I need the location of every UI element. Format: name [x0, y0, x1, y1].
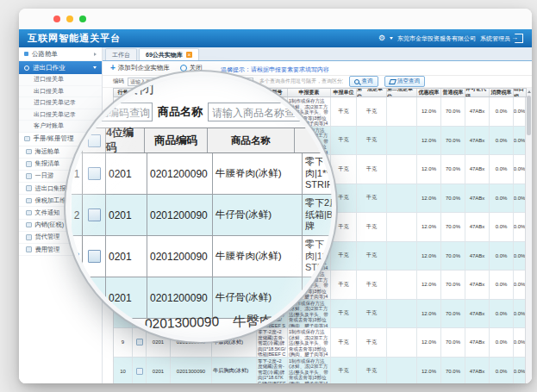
- scroll-up-arrow-icon[interactable]: [528, 90, 531, 93]
- license-code-cell: 47ABx: [465, 328, 490, 357]
- preferential-rate-cell: 12.0%: [417, 155, 441, 184]
- tab-workbench[interactable]: 工作台: [105, 48, 137, 60]
- settings-gear-icon[interactable]: ⚙: [378, 34, 385, 42]
- sidebar-item-export-declaration[interactable]: 出口报关单: [19, 86, 102, 98]
- sidebar-item-export-declaration-records[interactable]: 出口报关单记录: [19, 109, 102, 121]
- export-rate-cell: 0.0%: [514, 328, 526, 357]
- sidebar-item-customer-statement[interactable]: 客户对账单: [19, 121, 102, 133]
- close-window-button[interactable]: [53, 16, 60, 22]
- general-rate-cell: 70.0%: [441, 242, 465, 271]
- code4-cell: 0201: [147, 358, 171, 384]
- table-row[interactable]: 10 0201 0201300090 牛后胸肉(冰鲜) 零下-2度~2度储藏|去…: [114, 358, 526, 384]
- second-legal-unit-cell: [387, 328, 417, 357]
- sidebar-item-import-export-ops[interactable]: 进出口作业: [19, 61, 102, 74]
- consumption-rate-cell: 0.0%: [490, 155, 514, 184]
- license-code-cell: 47ABx: [465, 271, 490, 299]
- logout-icon[interactable]: [515, 34, 523, 43]
- export-rate-cell: 0.0%: [514, 184, 526, 213]
- commodity-name-cell: 牛后胸肉(冰鲜): [212, 358, 257, 384]
- tab-public-library[interactable]: 69公共实物库 ×: [139, 48, 199, 60]
- add-to-library-button[interactable]: + 添加到企业实物库: [110, 64, 170, 72]
- search-icon: [354, 79, 359, 84]
- col-declaration-elements: 申报要素: [288, 89, 331, 96]
- commodity-code-cell: 0201200090: [147, 236, 213, 277]
- notice-text: 温馨提示：请根据申报要素要求填写内容: [221, 65, 329, 74]
- close-button[interactable]: 关闭: [180, 64, 203, 72]
- query-button[interactable]: 查询: [349, 76, 378, 88]
- elements-cell: 1制作或保存方法(冰鲜、冻)2加工方法(整头及半头、带骨或去骨等)3部位(胸肉、…: [288, 328, 331, 357]
- preferential-rate-cell: 12.0%: [417, 213, 441, 241]
- general-rate-cell: 70.0%: [441, 127, 465, 155]
- magnified-table-row: 2 0201 0201200090 牛仔骨(冰鲜) 零下2度纸箱|BE牌: [72, 195, 332, 236]
- first-legal-unit-cell: 千克: [357, 242, 387, 271]
- preferential-rate-cell: 12.0%: [417, 300, 441, 328]
- eraser-icon: [389, 79, 397, 84]
- scrollbar-thumb[interactable]: [527, 96, 531, 135]
- general-rate-cell: 70.0%: [441, 155, 465, 184]
- elements-cell: 1制作或保存方法(冰鲜、冻)2加工方法(整头及半头、带骨或去骨等)3部位(胸肉、…: [288, 300, 331, 328]
- user-role: 系统管理员: [480, 34, 510, 43]
- vertical-scrollbar[interactable]: [525, 88, 532, 383]
- export-rate-cell: 0.0%: [514, 358, 526, 384]
- col-first-legal-unit: 第一法定单位: [357, 89, 387, 96]
- spec-fragment-cell: 零下2度纸箱|BE牌: [303, 195, 332, 235]
- row-checkbox[interactable]: [136, 339, 143, 345]
- declared-unit-cell: 千克: [331, 155, 357, 184]
- code-label: 编码: [113, 78, 124, 85]
- second-legal-unit-cell: [387, 184, 417, 213]
- general-rate-cell: 70.0%: [441, 328, 465, 357]
- second-legal-unit-cell: [387, 127, 417, 155]
- book-icon: [24, 136, 30, 142]
- first-legal-unit-cell: 千克: [357, 155, 387, 184]
- doc-icon: [26, 149, 32, 155]
- chevron-right-icon: [94, 53, 97, 56]
- toolbar: + 添加到企业实物库 关闭 温馨提示：请根据申报要素要求填写内容: [103, 61, 532, 76]
- commodity-name-cell: 牛仔骨(冰鲜): [213, 195, 303, 235]
- magnified-table-row: 3 0201 0201200090 牛腰脊肉(冰鲜) 零下肉|1*1STRI: [72, 236, 332, 277]
- commodity-code-cell: 0201200090: [147, 277, 213, 318]
- magnified-header-row: 号 4位编码 商品编码 商品名称: [72, 128, 332, 153]
- preferential-rate-cell: 12.0%: [417, 358, 441, 384]
- consumption-rate-cell: 0.0%: [490, 184, 514, 213]
- row-select-cell: [133, 358, 147, 384]
- search-tip: 多个查询条件用逗号隔开，查询区分大小写，例：250(休息.TDK 等: [259, 78, 343, 85]
- license-code-cell: 47ABx: [465, 155, 490, 184]
- tab-bar: 工作台 69公共实物库 ×: [103, 47, 532, 61]
- row-checkbox: [88, 250, 101, 263]
- chevron-down-icon[interactable]: [390, 37, 393, 40]
- row-checkbox: [88, 167, 101, 180]
- row-checkbox[interactable]: [136, 368, 143, 375]
- col-export-rate: 出口税: [514, 89, 526, 96]
- minimize-window-button[interactable]: [66, 16, 73, 22]
- maximize-window-button[interactable]: [79, 16, 86, 22]
- row-number: 10: [114, 358, 133, 384]
- col-general-rate: 普通税率: [441, 89, 465, 96]
- consumption-rate-cell: 0.0%: [490, 127, 514, 155]
- commodity-code-cell: 0201200090: [147, 195, 213, 235]
- close-circle-icon: [180, 65, 187, 72]
- magnified-name-label: 商品名称: [158, 104, 203, 120]
- first-legal-unit-cell: 千克: [357, 358, 387, 384]
- export-rate-cell: 0.0%: [514, 127, 526, 155]
- col-preferential-rate: 优惠税率: [417, 89, 441, 96]
- sidebar-item-import-declaration-records[interactable]: 进口报关单记录: [19, 97, 102, 109]
- first-legal-unit-cell: 千克: [357, 213, 387, 241]
- col-commodity-code: 商品编码: [145, 128, 208, 152]
- plus-icon: +: [110, 64, 116, 72]
- second-legal-unit-cell: [387, 242, 417, 271]
- row-number: 2: [72, 209, 82, 221]
- commodity-code-cell: 0201200090: [147, 153, 213, 194]
- second-legal-unit-cell: [387, 155, 417, 184]
- clear-query-button[interactable]: 清空查询: [384, 76, 426, 88]
- commodity-name-cell: 牛腰脊肉(冰鲜): [213, 236, 303, 277]
- doc-icon: [26, 173, 32, 179]
- license-code-cell: 47ABx: [465, 213, 490, 241]
- sidebar-item-import-declaration[interactable]: 进口报关单: [19, 74, 102, 86]
- export-rate-cell: 0.0%: [514, 242, 526, 271]
- close-tab-icon[interactable]: ×: [186, 52, 192, 58]
- truck-icon: [24, 52, 28, 56]
- sidebar-item-road-manifest[interactable]: 公路舱单: [19, 47, 102, 61]
- col-declared-unit: 申报单位: [331, 89, 357, 96]
- col-code4: 4位编码: [106, 128, 145, 152]
- consumption-rate-cell: 0.0%: [490, 328, 514, 357]
